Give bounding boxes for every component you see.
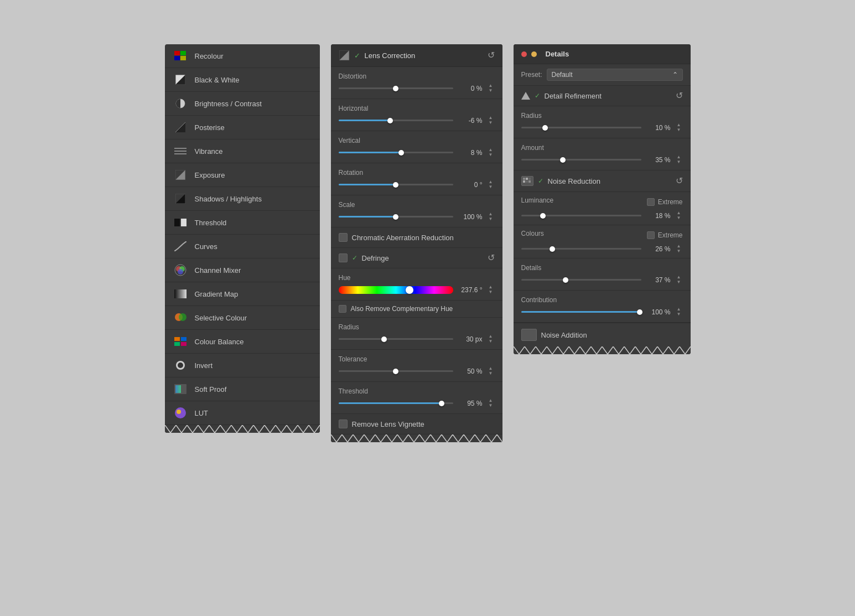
tolerance-stepper[interactable]: ▲ ▼ bbox=[487, 366, 495, 376]
colours-extreme-checkbox[interactable] bbox=[647, 231, 655, 239]
vertical-slider[interactable] bbox=[339, 152, 453, 153]
tolerance-up[interactable]: ▲ bbox=[487, 366, 495, 371]
detail-amount-stepper[interactable]: ▲ ▼ bbox=[675, 155, 683, 164]
reset-noise-button[interactable]: ↺ bbox=[676, 177, 683, 185]
hue-down[interactable]: ▼ bbox=[487, 290, 495, 294]
luminance-slider[interactable] bbox=[521, 215, 641, 216]
detail-amount-down[interactable]: ▼ bbox=[675, 160, 683, 164]
detail-radius-slider[interactable] bbox=[521, 127, 641, 128]
detail-amount-up[interactable]: ▲ bbox=[675, 155, 683, 159]
noise-details-value: 37 % bbox=[646, 276, 671, 284]
threshold-stepper[interactable]: ▲ ▼ bbox=[487, 398, 495, 408]
vertical-down[interactable]: ▼ bbox=[487, 153, 495, 157]
noise-details-down[interactable]: ▼ bbox=[675, 280, 683, 284]
sidebar-item-colour-balance[interactable]: Colour Balance bbox=[165, 330, 320, 354]
reset-detail-button[interactable]: ↺ bbox=[676, 91, 683, 100]
hue-up[interactable]: ▲ bbox=[487, 285, 495, 289]
rotation-up[interactable]: ▲ bbox=[487, 180, 495, 184]
colours-stepper[interactable]: ▲ ▼ bbox=[675, 244, 683, 253]
tolerance-down[interactable]: ▼ bbox=[487, 371, 495, 376]
luminance-up[interactable]: ▲ bbox=[675, 211, 683, 215]
reset-defringe-button[interactable]: ↺ bbox=[488, 253, 495, 262]
sidebar-item-invert[interactable]: Invert bbox=[165, 354, 320, 377]
luminance-extreme-checkbox[interactable] bbox=[647, 198, 655, 206]
distortion-down[interactable]: ▼ bbox=[487, 89, 495, 93]
luminance-down[interactable]: ▼ bbox=[675, 216, 683, 220]
sidebar-item-recolour[interactable]: Recolour bbox=[165, 44, 320, 68]
scale-up[interactable]: ▲ bbox=[487, 212, 495, 216]
rotation-stepper[interactable]: ▲ ▼ bbox=[487, 180, 495, 189]
chromatic-checkbox[interactable] bbox=[339, 233, 348, 242]
detail-amount-section: Amount 35 % ▲ ▼ bbox=[514, 138, 691, 170]
scale-slider[interactable] bbox=[339, 216, 453, 218]
defringe-checkbox-icon[interactable] bbox=[339, 253, 348, 262]
sidebar-item-brightness-contrast[interactable]: Brightness / Contrast bbox=[165, 92, 320, 116]
rotation-down[interactable]: ▼ bbox=[487, 185, 495, 189]
complementary-checkbox[interactable] bbox=[339, 305, 346, 313]
distortion-stepper[interactable]: ▲ ▼ bbox=[487, 84, 495, 93]
hue-stepper[interactable]: ▲ ▼ bbox=[487, 285, 495, 294]
detail-radius-up[interactable]: ▲ bbox=[675, 123, 683, 127]
detail-amount-slider[interactable] bbox=[521, 159, 641, 161]
sidebar-item-vibrance[interactable]: Vibrance bbox=[165, 139, 320, 163]
hue-slider[interactable] bbox=[339, 286, 453, 294]
horizontal-stepper[interactable]: ▲ ▼ bbox=[487, 116, 495, 125]
distortion-up[interactable]: ▲ bbox=[487, 84, 495, 88]
vertical-up[interactable]: ▲ bbox=[487, 148, 495, 152]
sidebar-item-selective-colour[interactable]: Selective Colour bbox=[165, 306, 320, 330]
horizontal-slider[interactable] bbox=[339, 120, 453, 121]
radius-stepper[interactable]: ▲ ▼ bbox=[487, 334, 495, 344]
reset-lens-button[interactable]: ↺ bbox=[488, 51, 495, 60]
sidebar-item-soft-proof[interactable]: Soft Proof bbox=[165, 377, 320, 401]
luminance-stepper[interactable]: ▲ ▼ bbox=[675, 211, 683, 220]
noise-details-up[interactable]: ▲ bbox=[675, 275, 683, 279]
distortion-slider-row: 0 % ▲ ▼ bbox=[339, 84, 495, 93]
noise-details-slider[interactable] bbox=[521, 279, 641, 281]
sidebar-item-exposure[interactable]: Exposure bbox=[165, 163, 320, 187]
sidebar-item-curves[interactable]: Curves bbox=[165, 235, 320, 258]
sidebar-item-label-mixer: Channel Mixer bbox=[195, 266, 241, 275]
sidebar-item-threshold[interactable]: Threshold bbox=[165, 211, 320, 235]
horizontal-down[interactable]: ▼ bbox=[487, 121, 495, 125]
noise-details-stepper[interactable]: ▲ ▼ bbox=[675, 275, 683, 284]
colours-slider[interactable] bbox=[521, 248, 641, 250]
colours-up[interactable]: ▲ bbox=[675, 244, 683, 249]
rotation-slider[interactable] bbox=[339, 184, 453, 185]
sidebar-item-posterise[interactable]: Posterise bbox=[165, 116, 320, 139]
sidebar-item-shadows-highlights[interactable]: Shadows / Highlights bbox=[165, 187, 320, 211]
sidebar-item-label-selective: Selective Colour bbox=[195, 314, 247, 322]
svg-rect-38 bbox=[523, 178, 525, 180]
defringe-radius-slider[interactable] bbox=[339, 338, 453, 340]
preset-select[interactable]: Default ⌃ bbox=[547, 69, 683, 81]
threshold-up[interactable]: ▲ bbox=[487, 398, 495, 403]
defringe-threshold-slider[interactable] bbox=[339, 402, 453, 404]
horizontal-up[interactable]: ▲ bbox=[487, 116, 495, 120]
svg-rect-40 bbox=[528, 178, 531, 180]
detail-radius-down[interactable]: ▼ bbox=[675, 128, 683, 132]
radius-down[interactable]: ▼ bbox=[487, 339, 495, 344]
svg-rect-26 bbox=[174, 337, 180, 341]
sidebar-item-channel-mixer[interactable]: Channel Mixer bbox=[165, 258, 320, 282]
distortion-slider[interactable] bbox=[339, 87, 453, 89]
contribution-stepper[interactable]: ▲ ▼ bbox=[675, 307, 683, 317]
threshold-down[interactable]: ▼ bbox=[487, 403, 495, 408]
sidebar-item-black-white[interactable]: Black & White bbox=[165, 68, 320, 92]
scale-down[interactable]: ▼ bbox=[487, 217, 495, 221]
tolerance-slider[interactable] bbox=[339, 370, 453, 372]
contribution-slider[interactable] bbox=[521, 311, 641, 313]
contribution-down[interactable]: ▼ bbox=[675, 312, 683, 317]
contribution-up[interactable]: ▲ bbox=[675, 307, 683, 312]
hue-label: Hue bbox=[339, 274, 495, 282]
vertical-stepper[interactable]: ▲ ▼ bbox=[487, 148, 495, 157]
colours-down[interactable]: ▼ bbox=[675, 249, 683, 253]
svg-point-25 bbox=[179, 313, 186, 321]
sidebar-item-lut[interactable]: LUT bbox=[165, 401, 320, 425]
radius-up[interactable]: ▲ bbox=[487, 334, 495, 339]
sidebar-item-gradient-map[interactable]: Gradient Map bbox=[165, 282, 320, 306]
vignette-checkbox[interactable] bbox=[339, 420, 348, 428]
noise-reduction-label: Noise Reduction bbox=[548, 177, 671, 185]
detail-radius-stepper[interactable]: ▲ ▼ bbox=[675, 123, 683, 132]
svg-point-35 bbox=[177, 410, 181, 414]
horizontal-section: Horizontal -6 % ▲ ▼ bbox=[331, 99, 502, 131]
scale-stepper[interactable]: ▲ ▼ bbox=[487, 212, 495, 221]
